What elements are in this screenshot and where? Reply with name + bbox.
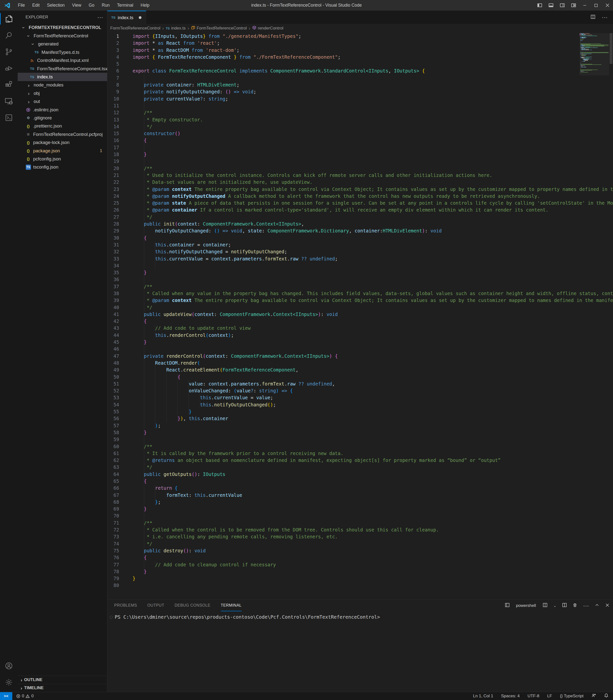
code-line[interactable]: 47 private renderControl(context: Compon… bbox=[107, 353, 613, 360]
code-line[interactable]: 38 * Called when any value in the proper… bbox=[107, 290, 613, 297]
tree-item[interactable]: {}pcfconfig.json bbox=[18, 155, 107, 163]
code-line[interactable]: 29 notifyOutputChanged: () => void, stat… bbox=[107, 227, 613, 234]
remote-terminal-icon[interactable] bbox=[0, 109, 18, 126]
code-line[interactable]: 2import * as React from 'react'; bbox=[107, 40, 613, 47]
toggle-secondary-sidebar-icon[interactable] bbox=[557, 0, 568, 11]
code-line[interactable]: 32 this.notifyOutputChanged = notifyOutp… bbox=[107, 248, 613, 255]
code-line[interactable]: 51 value: context.parameters.formText.ra… bbox=[107, 380, 613, 387]
code-line[interactable]: 40 */ bbox=[107, 304, 613, 311]
shell-name[interactable]: powershell bbox=[516, 603, 536, 608]
status-item[interactable]: LF bbox=[547, 693, 552, 699]
source-control-icon[interactable] bbox=[0, 43, 18, 60]
code-line[interactable]: 48 ReactDOM.render( bbox=[107, 360, 613, 366]
explorer-more-actions-icon[interactable]: ··· bbox=[97, 16, 103, 18]
panel-tab-output[interactable]: OUTPUT bbox=[147, 600, 164, 611]
extensions-icon[interactable] bbox=[0, 76, 18, 93]
panel-tab-terminal[interactable]: TERMINAL bbox=[221, 600, 242, 611]
explorer-icon[interactable] bbox=[0, 11, 18, 27]
code-line[interactable]: 45 } bbox=[107, 339, 613, 346]
code-editor[interactable]: 1import {IInputs, IOutputs} from "./gene… bbox=[107, 33, 613, 599]
code-line[interactable]: 46 bbox=[107, 346, 613, 352]
code-line[interactable]: 25 * @param state A piece of data that p… bbox=[107, 199, 613, 206]
status-item[interactable]: Ln 1, Col 1 bbox=[473, 693, 493, 699]
code-line[interactable]: 8 private container: HTMLDivElement; bbox=[107, 81, 613, 88]
status-item[interactable]: {} TypeScript bbox=[560, 693, 584, 699]
split-editor-icon[interactable] bbox=[591, 14, 595, 20]
breadcrumb-item[interactable]: FormTextReferenceControl bbox=[110, 26, 160, 31]
tree-item[interactable]: ›out bbox=[18, 98, 107, 106]
code-line[interactable]: 69 } bbox=[107, 505, 613, 512]
code-line[interactable]: 30 { bbox=[107, 234, 613, 241]
tree-item[interactable]: .gitignore bbox=[18, 114, 107, 122]
menu-selection[interactable]: Selection bbox=[43, 0, 68, 11]
menu-view[interactable]: View bbox=[68, 0, 85, 11]
minimize-button[interactable] bbox=[579, 0, 590, 11]
code-line[interactable]: 43 // Add code to update control view bbox=[107, 325, 613, 332]
menu-terminal[interactable]: Terminal bbox=[113, 0, 137, 11]
code-line[interactable]: 49 React.createElement(FormTextReference… bbox=[107, 366, 613, 373]
code-line[interactable]: 62 * @returns an object based on nomencl… bbox=[107, 457, 613, 464]
code-line[interactable]: 35 } bbox=[107, 269, 613, 276]
panel-tab-problems[interactable]: PROBLEMS bbox=[114, 600, 137, 611]
code-line[interactable]: 78 } bbox=[107, 568, 613, 575]
code-line[interactable]: 31 this.container = container; bbox=[107, 241, 613, 248]
tree-item[interactable]: {}.prettierrc.json bbox=[18, 122, 107, 130]
code-line[interactable]: 16 { bbox=[107, 137, 613, 144]
menu-file[interactable]: File bbox=[14, 0, 28, 11]
code-line[interactable]: 79} bbox=[107, 575, 613, 582]
code-line[interactable]: 5 bbox=[107, 61, 613, 67]
code-line[interactable]: 56 }), this.container bbox=[107, 415, 613, 422]
code-line[interactable]: 3import * as ReactDOM from 'react-dom'; bbox=[107, 47, 613, 54]
code-line[interactable]: 70 bbox=[107, 512, 613, 519]
tree-item[interactable]: {}package-lock.json bbox=[18, 138, 107, 146]
tree-item[interactable]: {}package.json1 bbox=[18, 147, 107, 155]
kill-terminal-trash-icon[interactable] bbox=[573, 603, 577, 608]
code-line[interactable]: 7 bbox=[107, 75, 613, 81]
code-line[interactable]: 12 /** bbox=[107, 109, 613, 116]
code-line[interactable]: 37 /** bbox=[107, 283, 613, 290]
tree-item[interactable]: ›node_modules bbox=[18, 81, 107, 89]
code-line[interactable]: 67 formText: this.currentValue bbox=[107, 492, 613, 498]
code-line[interactable]: 63 */ bbox=[107, 464, 613, 470]
settings-gear-icon[interactable] bbox=[0, 674, 18, 690]
code-line[interactable]: 71 /** bbox=[107, 519, 613, 526]
code-line[interactable]: 80 bbox=[107, 582, 613, 589]
tree-item[interactable]: .eslintrc.json bbox=[18, 106, 107, 114]
code-line[interactable]: 75 public destroy(): void bbox=[107, 547, 613, 554]
code-line[interactable]: 23 * @param context The entire property … bbox=[107, 186, 613, 193]
split-terminal-icon[interactable] bbox=[543, 603, 547, 608]
launch-profile-chevron-icon[interactable]: ⌄ bbox=[553, 604, 556, 608]
code-line[interactable]: 20 /** bbox=[107, 165, 613, 172]
code-line[interactable]: 4import { FormTextReferenceComponent } f… bbox=[107, 54, 613, 61]
code-line[interactable]: 55 } bbox=[107, 408, 613, 415]
code-line[interactable]: 53 this.currentValue = value; bbox=[107, 394, 613, 401]
tree-item[interactable]: TSManifestTypes.d.ts bbox=[18, 48, 107, 56]
maximize-panel-icon[interactable] bbox=[595, 603, 599, 608]
editor-more-actions-icon[interactable]: ··· bbox=[602, 16, 608, 18]
sidebar-section-outline[interactable]: ›OUTLINE bbox=[18, 676, 107, 684]
code-line[interactable]: 54 this.notifyOutputChanged(); bbox=[107, 401, 613, 408]
code-line[interactable]: 15 constructor() bbox=[107, 130, 613, 137]
search-icon[interactable] bbox=[0, 27, 18, 43]
code-line[interactable]: 11 bbox=[107, 102, 613, 109]
code-line[interactable]: 26 * @param container If a control is ma… bbox=[107, 206, 613, 213]
notifications-bell-icon[interactable] bbox=[604, 693, 609, 699]
terminal[interactable]: PS C:\Users\dminer\source\repos\products… bbox=[107, 611, 613, 620]
minimap[interactable] bbox=[579, 33, 609, 75]
close-button[interactable] bbox=[602, 0, 613, 11]
code-line[interactable]: 6export class FormTextReferenceControl i… bbox=[107, 67, 613, 74]
tree-item[interactable]: ›FormTextReferenceControl bbox=[18, 32, 107, 40]
code-line[interactable]: 77 // Add code to cleanup control if nec… bbox=[107, 561, 613, 568]
maximize-button[interactable] bbox=[590, 0, 602, 11]
tree-item[interactable]: TStsconfig.json bbox=[18, 163, 107, 171]
close-panel-icon[interactable] bbox=[605, 603, 610, 608]
code-line[interactable]: 17 bbox=[107, 144, 613, 151]
breadcrumb-item[interactable]: TSindex.ts bbox=[166, 26, 186, 31]
feedback-icon[interactable] bbox=[591, 693, 596, 699]
code-line[interactable]: 50 { bbox=[107, 374, 613, 380]
code-line[interactable]: 57 ); bbox=[107, 422, 613, 429]
modified-dot-icon[interactable] bbox=[139, 16, 142, 19]
code-line[interactable]: 19 bbox=[107, 158, 613, 165]
toggle-sidebar-icon[interactable] bbox=[534, 0, 545, 11]
remote-indicator[interactable]: >< bbox=[0, 692, 12, 700]
